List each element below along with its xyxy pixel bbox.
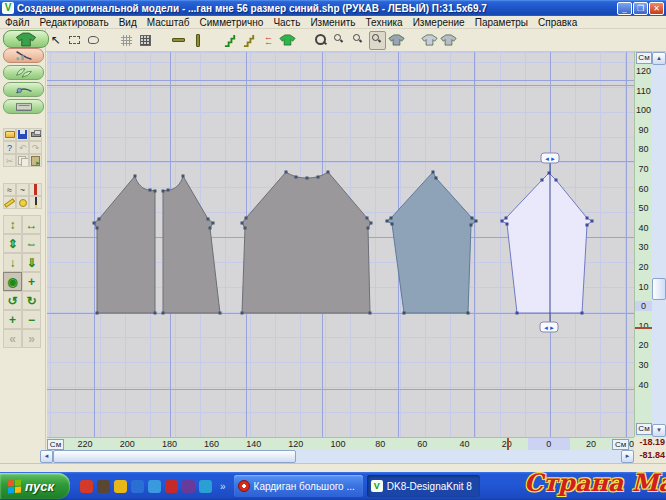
piece-sleeve-right[interactable]: [387, 172, 476, 313]
piece-sleeve-right-node[interactable]: [435, 177, 438, 180]
quick-launch-icon-5[interactable]: [148, 480, 161, 493]
grid-light-icon[interactable]: [118, 31, 135, 50]
piece-sleeve-left-active-node[interactable]: [586, 224, 589, 227]
piece-front-right-node[interactable]: [93, 222, 96, 225]
menu-Измерение[interactable]: Измерение: [408, 17, 470, 28]
drawing-tools-button[interactable]: [3, 82, 44, 97]
grid-dark-icon[interactable]: [137, 31, 154, 50]
tape-measure-icon[interactable]: [16, 196, 29, 209]
piece-sleeve-right-node[interactable]: [386, 220, 389, 223]
horizontal-scroll-thumb[interactable]: [53, 450, 296, 463]
horizontal-bar-icon[interactable]: [170, 31, 187, 50]
center-piece-icon[interactable]: ◉: [3, 272, 22, 291]
menu-Масштаб[interactable]: Масштаб: [142, 17, 195, 28]
task-button-Кардиган большого ...[interactable]: Кардиган большого ...: [234, 475, 363, 497]
shaping-tools-button[interactable]: [3, 65, 44, 80]
piece-back-node[interactable]: [370, 222, 373, 225]
lower-all-icon[interactable]: ⇓: [22, 253, 41, 272]
piece-front-left-node[interactable]: [182, 175, 185, 178]
zoom-window-icon[interactable]: [350, 31, 367, 50]
piece-back-node[interactable]: [317, 176, 320, 179]
machine-button[interactable]: [3, 99, 44, 114]
piece-front-left-node[interactable]: [162, 312, 165, 315]
save-icon[interactable]: [16, 128, 29, 141]
piece-sleeve-left-active-node[interactable]: [506, 223, 509, 226]
piece-sleeve-right-node[interactable]: [390, 217, 393, 220]
shift-left-icon[interactable]: ←←: [260, 31, 277, 50]
scroll-right-button[interactable]: ►: [621, 450, 634, 463]
start-button[interactable]: пуск: [0, 473, 70, 499]
undo-icon[interactable]: ↶: [16, 141, 29, 154]
quick-launch-icon-1[interactable]: [80, 480, 93, 493]
pattern-canvas[interactable]: ◄►◄►: [47, 52, 634, 437]
piece-sleeve-left-active-node[interactable]: [501, 220, 504, 223]
quick-launch-icon-6[interactable]: [165, 480, 178, 493]
menu-Справка[interactable]: Справка: [533, 17, 582, 28]
paste-icon[interactable]: [29, 154, 42, 167]
piece-front-left-node[interactable]: [219, 312, 222, 315]
piece-sleeve-right-node[interactable]: [471, 217, 474, 220]
stretch-height-icon[interactable]: ↕: [3, 215, 22, 234]
ruler-tool-icon[interactable]: [3, 196, 16, 209]
piece-sleeve-right-node[interactable]: [403, 312, 406, 315]
stairs-olive-icon[interactable]: [241, 31, 258, 50]
menu-Часть[interactable]: Часть: [268, 17, 305, 28]
add-point-icon[interactable]: +: [3, 310, 22, 329]
title-bar[interactable]: V Создание оригинальной модели - ...ган …: [0, 0, 666, 16]
piece-front-right-node[interactable]: [154, 312, 157, 315]
zoom-piece-icon[interactable]: [369, 31, 386, 50]
redo-icon[interactable]: ↷: [29, 141, 42, 154]
piece-edit-icon[interactable]: [440, 31, 457, 50]
quick-launch-icon-4[interactable]: [131, 480, 144, 493]
piece-back-node[interactable]: [244, 227, 247, 230]
copy-icon[interactable]: [16, 154, 29, 167]
piece-front-left-node[interactable]: [162, 190, 165, 193]
vertical-bar-icon[interactable]: [189, 31, 206, 50]
freehand-tool-icon[interactable]: ~: [16, 183, 29, 196]
menu-Редактировать[interactable]: Редактировать: [35, 17, 114, 28]
rotate-ccw-icon[interactable]: ↺: [3, 291, 22, 310]
next-icon[interactable]: »: [22, 329, 41, 348]
remove-point-icon[interactable]: −: [22, 310, 41, 329]
piece-back-node[interactable]: [241, 222, 244, 225]
help-icon[interactable]: ?: [3, 141, 16, 154]
piece-back-node[interactable]: [245, 217, 248, 220]
piece-front-left-node[interactable]: [207, 218, 210, 221]
scroll-up-button[interactable]: ▲: [652, 52, 666, 65]
menu-Вид[interactable]: Вид: [114, 17, 142, 28]
piece-front-right-node[interactable]: [96, 312, 99, 315]
scale-all-icon[interactable]: ⇔: [22, 234, 41, 253]
menu-Параметры[interactable]: Параметры: [470, 17, 533, 28]
pieces-pair-icon[interactable]: [421, 31, 438, 50]
piece-sleeve-right-node[interactable]: [475, 220, 478, 223]
minimize-button[interactable]: _: [617, 2, 632, 15]
piece-front-right-node[interactable]: [134, 175, 137, 178]
horizontal-scrollbar[interactable]: ◄ ►: [40, 450, 634, 463]
piece-sleeve-right-node[interactable]: [432, 171, 435, 174]
prev-icon[interactable]: «: [3, 329, 22, 348]
piece-front-right-node[interactable]: [154, 190, 157, 193]
menu-Изменить[interactable]: Изменить: [305, 17, 360, 28]
zoom-icon[interactable]: [312, 31, 329, 50]
piece-sleeve-left-active-node[interactable]: [586, 217, 589, 220]
piece-sleeve-left-active-node[interactable]: [581, 312, 584, 315]
piece-sleeve-left-active-node[interactable]: [516, 312, 519, 315]
stretch-width-icon[interactable]: ↔: [22, 215, 41, 234]
menu-Техника[interactable]: Техника: [361, 17, 408, 28]
piece-front-left-node[interactable]: [212, 222, 215, 225]
piece-back-node[interactable]: [241, 312, 244, 315]
zoom-small-icon[interactable]: [331, 31, 348, 50]
piece-front-left-node[interactable]: [209, 227, 212, 230]
stitch-designer-button[interactable]: [3, 48, 44, 63]
piece-sleeve-left-active-node[interactable]: [505, 217, 508, 220]
scroll-down-button[interactable]: ▼: [652, 424, 666, 437]
scale-piece-icon[interactable]: ⇕: [3, 234, 22, 253]
vertical-scrollbar[interactable]: ▲ ▼: [652, 52, 666, 437]
scroll-left-button[interactable]: ◄: [40, 450, 53, 463]
piece-sleeve-right-node[interactable]: [391, 223, 394, 226]
piece-sleeve-left-active-node[interactable]: [591, 220, 594, 223]
open-icon[interactable]: [3, 128, 16, 141]
menu-Симметрично[interactable]: Симметрично: [195, 17, 269, 28]
piece-back-node[interactable]: [366, 217, 369, 220]
fit-piece-icon[interactable]: [388, 31, 405, 50]
